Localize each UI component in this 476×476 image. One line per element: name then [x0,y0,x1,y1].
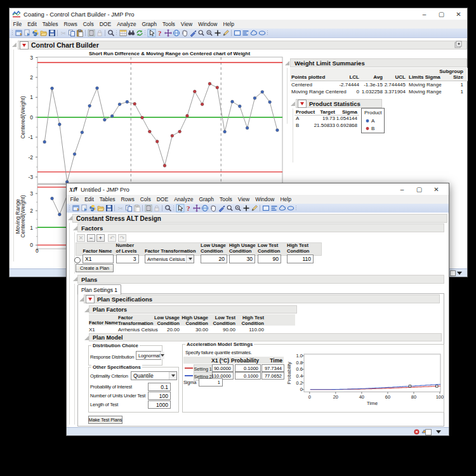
search-icon[interactable] [107,29,115,37]
data-table-icon[interactable] [119,29,127,37]
menu-help[interactable]: Help [277,196,294,202]
outline-header-plan-specifications[interactable]: Plan Specifications [84,294,440,303]
menu-cols[interactable]: Cols [137,196,154,202]
outline-header-plans[interactable]: Plans [77,275,444,284]
new-journal-icon[interactable] [15,29,23,37]
outline-header-weight-limit-summaries[interactable]: Weight Limit Summaries [290,58,467,67]
share-page-icon[interactable] [23,29,31,37]
probability-of-interest-input[interactable]: 0.1 [148,383,171,391]
remove-x-button[interactable]: ✕ [77,234,85,242]
make-test-plans-button[interactable]: Make Test Plans [88,416,122,424]
share-page-icon[interactable] [80,204,88,212]
outline-collapse-triangle[interactable] [84,336,89,340]
rect-tool-icon[interactable] [233,29,241,37]
menu-doe[interactable]: DOE [96,21,114,27]
bars-tool-icon[interactable] [241,29,249,37]
lock-icon[interactable] [152,204,161,212]
menu-graph[interactable]: Graph [139,21,160,27]
outline-collapse-triangle[interactable] [84,308,89,312]
menu-rows[interactable]: Rows [61,21,80,27]
front-window-titlebar[interactable]: XI Untitled - JMP Pro – ▢ ✕ [67,183,449,195]
menu-analyze[interactable]: Analyze [114,21,139,27]
setting-2-probability-input[interactable]: 0.1000 [235,372,261,380]
menu-edit[interactable]: Edit [25,21,40,27]
factor-row-radio[interactable] [74,257,81,263]
dock-window-icon[interactable] [454,41,462,48]
setting-1-time-input[interactable]: 97.7344 [261,364,284,372]
brush-icon[interactable] [217,204,225,212]
menu-tables[interactable]: Tables [96,196,118,202]
optimality-criterion-select[interactable]: Quantile [131,371,177,380]
outline-collapse-triangle[interactable] [291,102,295,106]
redo-button[interactable]: ↷ [118,234,126,242]
low-test-condition-input[interactable]: 90 [258,255,281,263]
menu-window[interactable]: Window [253,196,277,202]
menu-view[interactable]: View [235,196,252,202]
sigma-input[interactable]: 1 [199,378,223,387]
menu-tools[interactable]: Tools [160,21,178,27]
length-of-test-input[interactable]: 1000 [148,400,171,409]
minus-button[interactable]: − [87,234,95,242]
magnifier-icon[interactable] [225,204,234,212]
outline-header-factors[interactable]: Factors [77,223,444,232]
cut-gray-icon[interactable]: ✂ [116,204,124,212]
high-test-condition-input[interactable]: 110 [287,255,314,263]
outline-collapse-triangle[interactable] [79,297,84,301]
checkbox-icon[interactable] [425,429,432,435]
setting-1-probability-input[interactable]: 0.1000 [235,364,261,372]
magnifier-plus-icon[interactable] [234,204,242,212]
new-journal-icon[interactable] [72,204,80,212]
caret-down-icon[interactable] [436,430,441,433]
cursor-arrow-selected-icon[interactable] [147,29,155,37]
menu-edit[interactable]: Edit [82,196,97,202]
cut-gray-icon[interactable]: ✂ [59,29,67,37]
red-triangle-menu-icon[interactable] [298,100,307,108]
outline-collapse-triangle[interactable] [73,226,77,230]
menu-file[interactable]: File [67,196,82,202]
grabber-hand-icon[interactable] [209,204,217,212]
magnifier-icon[interactable] [197,29,205,37]
menu-graph[interactable]: Graph [196,196,217,202]
crosshair-icon[interactable] [164,29,172,37]
number-of-levels-input[interactable]: 3 [116,255,139,263]
copy-icon[interactable] [67,29,76,37]
plus-icon[interactable] [213,29,221,37]
menu-tables[interactable]: Tables [39,21,61,27]
crosshair-icon[interactable] [192,204,201,212]
pencil-icon[interactable] [250,204,258,212]
cloud-tool-icon[interactable] [278,204,286,212]
refresh-data-icon[interactable] [135,29,143,37]
back-window-titlebar[interactable]: Coating - Control Chart Builder - JMP Pr… [10,8,467,20]
outline-header-product-statistics[interactable]: Product Statistics [296,99,382,108]
tab-plan-settings-1[interactable]: Plan Settings 1 [77,284,121,294]
open-folder-icon[interactable] [39,29,48,37]
close-button[interactable]: ✕ [428,183,445,195]
menu-tools[interactable]: Tools [217,196,235,202]
minimize-button[interactable]: – [393,183,411,195]
plus-button[interactable]: + [96,234,105,242]
search-icon[interactable] [164,204,172,212]
lock-icon[interactable] [95,29,103,37]
oval-tool-icon[interactable] [258,29,266,37]
close-button[interactable]: ✕ [450,8,467,20]
factor-name-input[interactable]: X1 [83,255,114,263]
help-icon[interactable]: ? [184,204,192,212]
bars-tool-icon[interactable] [270,204,278,212]
low-usage-condition-input[interactable]: 20 [201,255,227,263]
undo-button[interactable]: ↶ [108,234,116,242]
python-icon[interactable] [88,204,96,212]
caret-down-icon[interactable] [457,272,462,275]
oval-tool-icon[interactable] [286,204,294,212]
setting-2-time-input[interactable]: 77.0652 [261,372,284,380]
menu-view[interactable]: View [178,21,195,27]
menu-window[interactable]: Window [195,21,220,27]
outline-header-plan-model[interactable]: Plan Model [89,333,442,341]
number-of-units-input[interactable]: 100 [148,392,171,400]
response-distribution-select[interactable]: Lognormal [136,351,161,360]
rect-tool-icon[interactable] [261,204,270,212]
menu-file[interactable]: File [10,21,25,27]
cursor-arrow-selected-icon[interactable] [176,204,184,212]
outline-header-constant-stress-alt-design[interactable]: Constant Stress ALT Design [72,214,447,223]
menu-rows[interactable]: Rows [118,196,137,202]
pencil-icon[interactable] [221,29,230,37]
